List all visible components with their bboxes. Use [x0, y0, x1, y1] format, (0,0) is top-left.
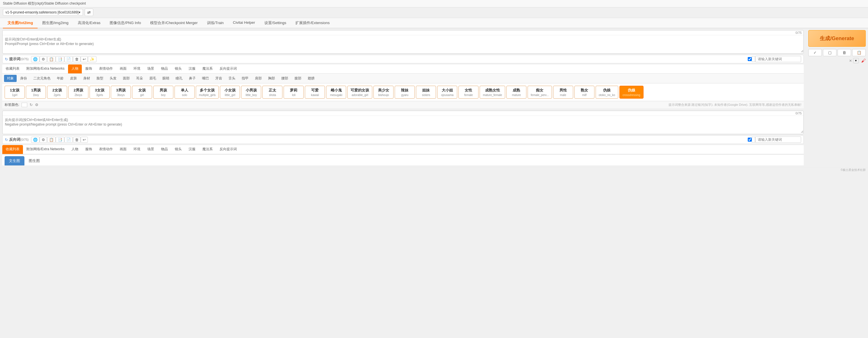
delete-btn[interactable]: 🗑: [73, 56, 81, 62]
sub-tab-waist[interactable]: 腰部: [278, 75, 291, 82]
tag-crossdressing[interactable]: 伪娘crossdressing: [619, 86, 644, 99]
sub-tab-hair[interactable]: 头发: [107, 75, 119, 82]
sub-tab-facial[interactable]: 面部: [120, 75, 133, 82]
neg-cat-tab-networks[interactable]: 附加网络/Extra Networks: [23, 145, 68, 154]
tag-female-perv[interactable]: 痴女female_perv...: [528, 86, 552, 99]
sub-tab-object[interactable]: 对象: [4, 75, 17, 82]
cat-tab-expressions[interactable]: 表情动作: [96, 65, 116, 73]
tag-solo[interactable]: 单人solo: [175, 86, 195, 99]
cat-tab-clothing[interactable]: 服饰: [82, 65, 96, 73]
sub-tab-teeth[interactable]: 牙齿: [212, 75, 225, 82]
sub-tab-tongue[interactable]: 舌头: [226, 75, 238, 82]
sub-tab-shoulder[interactable]: 肩部: [252, 75, 265, 82]
neg-undo-btn[interactable]: ↩: [81, 137, 88, 143]
tag-sisters[interactable]: 姐妹sisters: [416, 86, 436, 99]
neg-keyword-input[interactable]: [755, 136, 801, 143]
cat-tab-scene[interactable]: 画面: [116, 65, 130, 73]
tag-kawaii[interactable]: 可爱kawaii: [305, 86, 325, 99]
sub-tab-chest[interactable]: 胸部: [265, 75, 278, 82]
tag-little-girl[interactable]: 小女孩little_girl: [220, 86, 240, 99]
sub-tab-mouth[interactable]: 嘴巴: [199, 75, 212, 82]
prompt-textarea[interactable]: [3, 35, 803, 53]
sub-tab-anime[interactable]: 二次元角色: [30, 75, 53, 82]
color-swatch[interactable]: [22, 103, 27, 107]
negative-prompt-textarea[interactable]: [3, 116, 803, 133]
sub-tab-age[interactable]: 年龄: [54, 75, 67, 82]
cat-tab-favorites[interactable]: 收藏列表: [2, 65, 23, 73]
tab-merge[interactable]: 模型合并/Checkpoint Merger: [146, 18, 202, 28]
keyword-checkbox[interactable]: [748, 57, 752, 61]
save-btn[interactable]: 📄: [64, 56, 73, 62]
clipboard-btn[interactable]: 📋: [852, 49, 866, 56]
globe-icon-btn[interactable]: 🌐: [31, 56, 40, 62]
tag-little-boy[interactable]: 小男孩little_boy: [241, 86, 261, 99]
neg-cat-tab-expressions[interactable]: 表情动作: [96, 145, 116, 154]
neg-copy-btn[interactable]: 📋: [47, 137, 56, 143]
neg-globe-btn[interactable]: 🌐: [31, 137, 40, 143]
cat-tab-magic[interactable]: 魔法系: [199, 65, 216, 73]
tab-civitai[interactable]: Civitai Helper: [228, 18, 259, 28]
sub-tab-eyebrows[interactable]: 眉毛: [146, 75, 159, 82]
sub-tab-eyes[interactable]: 眼睛: [160, 75, 172, 82]
neg-delete-btn[interactable]: 🗑: [73, 137, 81, 143]
tag-girl[interactable]: 女孩girl: [132, 86, 152, 99]
cat-tab-hanfu[interactable]: 汉服: [185, 65, 199, 73]
tag-1girl[interactable]: 1女孩1girl: [5, 86, 25, 99]
neg-cat-tab-favorites[interactable]: 收藏列表: [2, 145, 23, 154]
neg-cat-tab-clothing[interactable]: 服饰: [82, 145, 96, 154]
sub-tab-body[interactable]: 身材: [81, 75, 93, 82]
neg-paste-btn[interactable]: 📑: [56, 137, 64, 143]
model-dropdown[interactable]: v1-5-pruned-emaonly.safetensors [6ce0161…: [3, 9, 83, 16]
sub-tab-pupils[interactable]: 瞳孔: [173, 75, 185, 82]
tab-extensions[interactable]: 扩展插件/Extensions: [291, 18, 334, 28]
cat-tab-lens[interactable]: 镜头: [172, 65, 185, 73]
undo-btn[interactable]: ↩: [81, 56, 88, 62]
neg-save-btn[interactable]: 📄: [64, 137, 73, 143]
neg-cat-tab-scene[interactable]: 画面: [116, 145, 130, 154]
cat-tab-negative[interactable]: 反向提示词: [216, 65, 240, 73]
sub-tab-nose[interactable]: 鼻子: [186, 75, 198, 82]
tag-ojousama[interactable]: 大小姐ojousama: [437, 86, 457, 99]
tab-extras[interactable]: 高清化/Extras: [73, 18, 105, 28]
neg-cat-tab-hanfu[interactable]: 汉服: [185, 145, 199, 154]
tab-pnginfo[interactable]: 图像信息/PNG Info: [105, 18, 146, 28]
neg-settings-btn[interactable]: ⚙: [40, 137, 47, 143]
neg-cat-tab-lens[interactable]: 镜头: [172, 145, 185, 154]
tag-gyaru[interactable]: 辣妹gyaru: [395, 86, 415, 99]
sub-tab-wings[interactable]: 翅膀: [305, 75, 317, 82]
tag-female[interactable]: 女性female: [458, 86, 478, 99]
copy-btn[interactable]: 📋: [47, 56, 56, 62]
tag-2boys[interactable]: 2男孩2boys: [68, 86, 88, 99]
tag-1boy[interactable]: 1男孩1boy: [26, 86, 46, 99]
tag-multiple-girls[interactable]: 多个女孩multiple_girls: [196, 86, 219, 99]
ai-btn[interactable]: ✨: [88, 56, 96, 62]
color-refresh-btn[interactable]: ↻: [30, 103, 33, 107]
tag-boy[interactable]: 男孩boy: [153, 86, 174, 99]
tag-2girls[interactable]: 2女孩2girls: [47, 86, 67, 99]
tag-shota[interactable]: 正太shota: [262, 86, 282, 99]
keyword-input[interactable]: [755, 56, 801, 62]
generate-button[interactable]: 生成/Generate: [808, 30, 866, 47]
neg-cat-tab-environment[interactable]: 环境: [130, 145, 144, 154]
tag-mature[interactable]: 成熟mature: [506, 86, 526, 99]
color-settings-btn[interactable]: ⚙: [35, 103, 38, 107]
swap-button[interactable]: ⇄: [85, 9, 93, 16]
tab-train[interactable]: 训练/Train: [203, 18, 228, 28]
dropdown-arrow-btn[interactable]: ▾: [853, 58, 859, 63]
neg-cat-tab-location[interactable]: 场景: [144, 145, 158, 154]
tag-milf[interactable]: 熟女milf: [575, 86, 594, 99]
tab-settings[interactable]: 设置/Settings: [260, 18, 291, 28]
tag-male[interactable]: 男性male: [553, 86, 573, 99]
neg-cat-tab-magic[interactable]: 魔法系: [199, 145, 216, 154]
sub-tab-face[interactable]: 脸型: [94, 75, 106, 82]
cat-tab-characters[interactable]: 人物: [68, 65, 82, 73]
confirm-btn[interactable]: ✓: [808, 49, 822, 56]
sub-tab-identity[interactable]: 身份: [17, 75, 30, 82]
sub-tab-abdomen[interactable]: 腹部: [291, 75, 304, 82]
tab-img2img[interactable]: 图生图/img2img: [38, 18, 73, 28]
paste-btn[interactable]: 📑: [56, 56, 64, 62]
trash-btn[interactable]: 🗑: [838, 49, 851, 56]
tag-3girls[interactable]: 3女孩3girls: [90, 86, 110, 99]
tag-mature-female[interactable]: 成熟女性mature_female: [479, 86, 505, 99]
tag-otoko-no-ko[interactable]: 伪娘otoko_no_ko: [596, 86, 618, 99]
